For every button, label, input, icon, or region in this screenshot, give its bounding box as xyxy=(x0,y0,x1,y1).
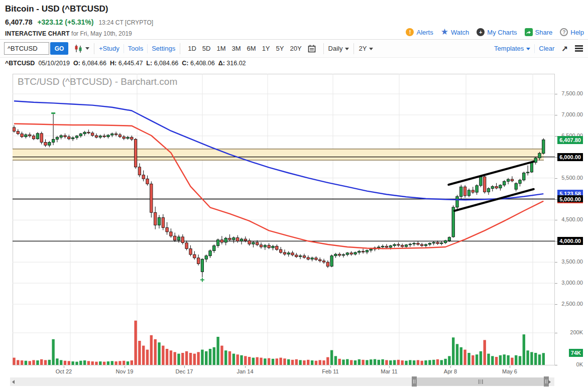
settings-button[interactable]: Settings xyxy=(152,45,175,52)
span-dropdown-label: 2Y xyxy=(359,45,367,52)
x-axis-label: Jan 14 xyxy=(237,368,253,374)
y-axis-label: 5,500.00 xyxy=(561,175,583,181)
toolbar-right-group: Templates Clear ↗ xyxy=(494,44,583,53)
toolbar-divider xyxy=(147,44,148,53)
chevron-down-icon xyxy=(526,48,530,50)
toolbar-divider xyxy=(534,44,535,53)
chart-toolbar: GO +Study Tools Settings 1D 5D 1M 3M 6M xyxy=(0,40,588,58)
candlestick-chart-icon xyxy=(74,44,83,53)
open-value: 6,084.66 xyxy=(82,60,106,67)
add-study-button[interactable]: +Study xyxy=(99,45,120,52)
period-dropdown[interactable]: Daily xyxy=(328,45,349,52)
period-dropdown-label: Daily xyxy=(328,45,343,52)
help-icon: ? xyxy=(560,28,568,36)
page-title: Bitcoin - USD (^BTCUSD) xyxy=(5,4,108,14)
watch-button[interactable]: ★ Watch xyxy=(441,28,469,36)
y-axis-label: 3,000.00 xyxy=(561,280,583,286)
share-label: Share xyxy=(535,29,553,36)
tools-button[interactable]: Tools xyxy=(128,45,143,52)
x-axis-tick xyxy=(125,366,125,368)
x-axis: Oct 22Nov 19Dec 17Jan 14Feb 11Mar 11Apr … xyxy=(13,366,555,377)
x-axis-tick xyxy=(330,366,331,368)
y-axis-label: 7,000.00 xyxy=(561,111,583,117)
y-axis-label: 7,500.00 xyxy=(561,90,583,96)
range-button-20y[interactable]: 20Y xyxy=(290,45,301,52)
y-axis-label: 200K xyxy=(570,329,583,335)
help-button[interactable]: ? Help xyxy=(560,28,584,36)
toolbar-divider xyxy=(94,43,94,54)
watch-label: Watch xyxy=(451,29,469,36)
x-axis-tick xyxy=(389,366,390,368)
span-dropdown[interactable]: 2Y xyxy=(359,45,373,52)
help-label: Help xyxy=(570,29,584,36)
ohlc-symbol: ^BTCUSD xyxy=(5,60,35,67)
barchart-interactive-chart-page: Bitcoin - USD (^BTCUSD) 6,407.78 +323.12… xyxy=(0,0,588,387)
clear-button[interactable]: Clear xyxy=(539,45,554,52)
range-button-3m[interactable]: 3M xyxy=(232,45,241,52)
last-price: 6,407.78 xyxy=(5,18,33,26)
y-axis-tick xyxy=(555,178,557,179)
chevron-down-icon xyxy=(369,48,373,50)
price-callout: 6,407.80 xyxy=(557,136,583,144)
x-axis-tick xyxy=(510,366,510,368)
calendar-icon xyxy=(308,45,316,53)
ohlc-bar: ^BTCUSD 05/10/2019 O: 6,084.66 H: 6,445.… xyxy=(5,60,246,67)
range-button-5y[interactable]: 5Y xyxy=(276,45,284,52)
range-button-1y[interactable]: 1Y xyxy=(262,45,270,52)
menu-icon[interactable] xyxy=(575,44,583,53)
y-axis-tick xyxy=(555,283,557,284)
go-button[interactable]: GO xyxy=(50,42,68,55)
x-axis-tick xyxy=(450,366,451,368)
y-axis: 7,500.007,000.006,500.006,000.005,500.00… xyxy=(555,74,588,375)
expand-chart-icon[interactable]: ↗ xyxy=(561,44,568,53)
symbol-input[interactable] xyxy=(4,42,49,55)
x-axis-label: Oct 22 xyxy=(56,368,72,374)
alerts-button[interactable]: ! Alerts xyxy=(406,28,433,36)
price-change: +323.12 (+5.31%) xyxy=(37,18,93,26)
y-axis-tick xyxy=(555,115,557,115)
scroll-right-icon[interactable] xyxy=(548,380,551,384)
scroll-left-icon[interactable] xyxy=(12,380,15,384)
chart-watermark: BTC/USD (^BTCUSD) - Barchart.com xyxy=(18,76,177,87)
templates-label: Templates xyxy=(494,45,524,52)
y-axis-label: 3,500.00 xyxy=(561,259,583,265)
y-axis-tick xyxy=(555,262,557,263)
chart-scrollbar-track[interactable] xyxy=(10,377,554,386)
quote-time: 13:24 CT [CRYPTO] xyxy=(98,19,153,26)
x-axis-label: Mar 11 xyxy=(381,368,397,374)
chevron-down-icon xyxy=(85,47,89,50)
my-charts-label: My Charts xyxy=(487,29,517,36)
alert-icon: ! xyxy=(406,28,414,36)
toolbar-divider xyxy=(354,43,354,54)
x-axis-label: May 6 xyxy=(502,368,517,374)
share-button[interactable]: Share xyxy=(525,28,553,36)
x-axis-tick xyxy=(184,366,185,368)
range-button-6m[interactable]: 6M xyxy=(247,45,256,52)
scrollbar-grip-icon xyxy=(479,379,483,384)
calendar-button[interactable] xyxy=(308,45,316,53)
ohlc-date: 05/10/2019 xyxy=(38,60,70,67)
change-value: 316.02 xyxy=(226,60,246,67)
range-button-1m[interactable]: 1M xyxy=(216,45,225,52)
chart-type-button[interactable] xyxy=(74,44,89,53)
my-charts-button[interactable]: + My Charts xyxy=(477,28,517,36)
y-axis-tick xyxy=(555,94,557,94)
scrollbar-left-handle[interactable] xyxy=(412,376,417,386)
share-icon xyxy=(525,28,533,36)
y-axis-label: 4,500.00 xyxy=(561,216,583,222)
price-volume-chart[interactable] xyxy=(13,74,555,365)
x-axis-label: Dec 17 xyxy=(176,368,193,374)
range-button-1d[interactable]: 1D xyxy=(188,45,196,52)
y-axis-label: 2,500.00 xyxy=(561,301,583,307)
plus-circle-icon: + xyxy=(477,28,485,36)
x-axis-label: Apr 8 xyxy=(444,368,457,374)
page-subtitle: INTERACTIVE CHART for Fri, May 10th, 201… xyxy=(5,30,132,37)
close-value: 6,408.06 xyxy=(190,60,215,67)
y-axis-tick xyxy=(555,220,557,220)
templates-dropdown[interactable]: Templates xyxy=(494,45,530,52)
range-button-5d[interactable]: 5D xyxy=(202,45,211,52)
y-axis-tick xyxy=(555,365,557,365)
price-callout: 74K xyxy=(569,349,583,357)
chart-scrollbar-thumb[interactable] xyxy=(413,377,548,386)
y-axis-tick xyxy=(555,304,557,305)
